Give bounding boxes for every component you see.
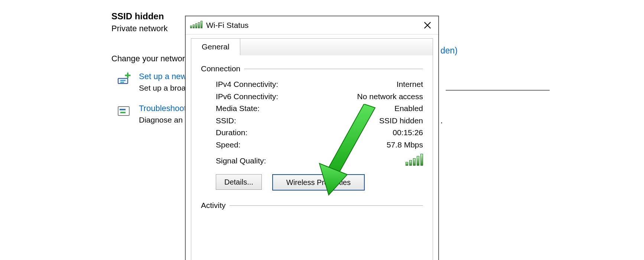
dialog-title: Wi-Fi Status [206,21,417,30]
background-divider [446,90,550,91]
troubleshoot-link[interactable]: Troubleshoot [139,104,186,113]
group-connection-label: Connection [201,64,244,73]
label-signal-quality: Signal Quality: [216,156,266,165]
value-duration: 00:15:26 [393,127,423,139]
wireless-properties-button[interactable]: Wireless Properties [272,174,365,191]
value-media-state: Enabled [394,103,423,115]
label-ipv6: IPv6 Connectivity: [216,91,278,103]
tab-general[interactable]: General [191,38,240,55]
close-icon [423,21,432,29]
background-text-tail: . [440,116,443,126]
close-button[interactable] [417,16,438,34]
details-button[interactable]: Details... [216,174,262,190]
troubleshoot-icon [117,104,132,119]
value-speed: 57.8 Mbps [387,139,423,151]
signal-quality-indicator [406,154,423,168]
label-ipv4: IPv4 Connectivity: [216,78,278,91]
svg-rect-3 [118,107,129,116]
dialog-titlebar[interactable]: Wi-Fi Status [186,16,438,35]
svg-rect-2 [120,82,124,83]
label-media-state: Media State: [216,103,260,115]
row-signal-quality: Signal Quality: [201,154,423,168]
troubleshoot-desc: Diagnose an [139,115,186,125]
wifi-signal-icon [190,21,202,30]
dialog-body: Connection IPv4 Connectivity: Internet I… [191,55,433,260]
row-speed: Speed: 57.8 Mbps [201,139,423,151]
svg-rect-5 [120,112,126,113]
value-ipv4: Internet [397,78,423,91]
connections-link-tail[interactable]: den) [440,46,458,56]
label-duration: Duration: [216,127,247,139]
tab-strip: General [191,38,433,55]
wifi-status-dialog: Wi-Fi Status General Connection IPv4 Con… [185,16,439,260]
group-connection: Connection [201,64,423,73]
row-ipv6: IPv6 Connectivity: No network access [201,91,423,103]
setup-connection-desc: Set up a broa [139,83,186,93]
row-ssid: SSID: SSID hidden [201,115,423,127]
row-duration: Duration: 00:15:26 [201,127,423,139]
svg-rect-4 [120,109,126,110]
label-ssid: SSID: [216,115,236,127]
row-media-state: Media State: Enabled [201,103,423,115]
svg-rect-1 [120,80,126,81]
setup-connection-icon [117,72,132,87]
group-activity: Activity [201,201,423,210]
group-activity-label: Activity [201,201,230,210]
value-ipv6: No network access [357,91,423,103]
label-speed: Speed: [216,139,241,151]
value-ssid: SSID hidden [379,115,423,127]
row-ipv4: IPv4 Connectivity: Internet [201,78,423,91]
setup-connection-link[interactable]: Set up a new [139,72,186,81]
